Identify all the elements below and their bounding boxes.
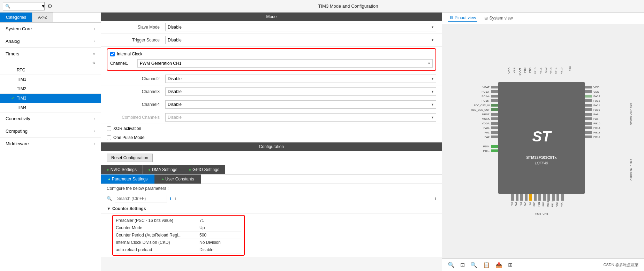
svg-rect-94 bbox=[491, 149, 498, 152]
tab-categories[interactable]: Categories bbox=[0, 13, 32, 22]
highlighted-mode-section: Internal Clock Channel1 PWM Generation C… bbox=[101, 48, 442, 71]
fit-icon[interactable]: ⊡ bbox=[460, 262, 465, 268]
svg-text:VDD: VDD bbox=[508, 67, 511, 73]
rtc-label: RTC bbox=[17, 68, 25, 72]
parameter-settings-tab[interactable]: ● Parameter Settings bbox=[101, 175, 154, 184]
middleware-label: Middleware bbox=[6, 141, 29, 146]
svg-text:PB13: PB13 bbox=[550, 67, 553, 74]
dma-settings-tab[interactable]: ● DMA Settings bbox=[143, 165, 183, 174]
counter-section-header[interactable]: ▼ Counter Settings bbox=[101, 204, 442, 214]
system-label: System view bbox=[489, 16, 513, 21]
xor-activation-label: XOR activation bbox=[113, 126, 141, 131]
gpio-settings-tab[interactable]: ● GPIO Settings bbox=[183, 165, 225, 174]
copy-icon[interactable]: 📋 bbox=[483, 262, 490, 268]
connectivity-chevron: › bbox=[94, 117, 95, 121]
svg-rect-19 bbox=[491, 86, 498, 88]
svg-rect-47 bbox=[585, 95, 592, 98]
svg-text:PB0: PB0 bbox=[533, 202, 536, 206]
search-input[interactable] bbox=[12, 4, 40, 9]
nvic-check-icon: ● bbox=[107, 168, 109, 172]
chip-bottom-toolbar: 🔍 ⊡ 🔍 📋 📤 ⊞ CSDN @多吃点蔬菜 bbox=[442, 258, 644, 271]
search-box[interactable]: 🔍 ▼ bbox=[3, 2, 45, 10]
channel1-select[interactable]: PWM Generation CH1 bbox=[137, 59, 433, 68]
svg-rect-92 bbox=[491, 145, 498, 148]
pinout-view-tab[interactable]: 🖥 Pinout view bbox=[448, 15, 477, 22]
slave-mode-select-wrapper[interactable]: Disable bbox=[165, 23, 436, 31]
watermark: CSDN @多吃点蔬菜 bbox=[604, 262, 638, 268]
subitem-tim3[interactable]: ✔ TIM3 bbox=[0, 94, 101, 103]
analog-label: Analog bbox=[6, 39, 20, 44]
nvic-settings-tab[interactable]: ● NVIC Settings bbox=[101, 165, 143, 174]
channel2-select[interactable]: Disable bbox=[165, 75, 436, 83]
combined-channels-select[interactable]: Disable bbox=[165, 113, 436, 122]
right-view-tabs: 🖥 Pinout view ⊞ System view bbox=[442, 13, 644, 24]
system-core-chevron: › bbox=[94, 27, 95, 31]
xor-activation-row: XOR activation bbox=[101, 124, 442, 133]
pinout-label: Pinout view bbox=[455, 15, 476, 20]
sidebar-item-analog[interactable]: Analog › bbox=[0, 35, 101, 48]
zoom-out-icon[interactable]: 🔍 bbox=[470, 262, 477, 268]
svg-rect-79 bbox=[538, 194, 541, 201]
sidebar-item-computing[interactable]: Computing › bbox=[0, 125, 101, 138]
xor-activation-checkbox[interactable] bbox=[107, 126, 111, 131]
sidebar-item-system-core[interactable]: System Core › bbox=[0, 23, 101, 35]
internal-clock-checkbox[interactable] bbox=[110, 52, 115, 56]
channel4-select-wrapper[interactable]: Disable bbox=[165, 100, 436, 109]
channel1-select-wrapper[interactable]: PWM Generation CH1 bbox=[137, 59, 433, 68]
sidebar-item-connectivity[interactable]: Connectivity › bbox=[0, 113, 101, 125]
svg-text:PC13-: PC13- bbox=[482, 90, 490, 93]
trigger-source-row: Trigger Source Disable bbox=[101, 34, 442, 47]
param-value-2: 500 bbox=[199, 233, 241, 238]
svg-rect-53 bbox=[585, 108, 592, 111]
user-constants-tab[interactable]: ● User Constants bbox=[154, 175, 201, 184]
svg-text:PB10: PB10 bbox=[534, 67, 537, 74]
gear-icon[interactable]: ⚙ bbox=[47, 3, 52, 9]
sidebar-item-middleware[interactable]: Middleware › bbox=[0, 138, 101, 150]
system-view-tab[interactable]: ⊞ System view bbox=[483, 15, 514, 21]
svg-text:LQFP48: LQFP48 bbox=[535, 161, 548, 165]
channel3-select[interactable]: Disable bbox=[165, 87, 436, 96]
reset-config-button[interactable]: Reset Configuration bbox=[107, 154, 153, 162]
svg-text:VSS: VSS bbox=[593, 90, 599, 93]
chip-view: VDD VSS BOOT PB8 PB9 PB10 PB11 PB12 PB13… bbox=[442, 24, 644, 258]
channel3-select-wrapper[interactable]: Disable bbox=[165, 87, 436, 96]
combined-channels-select-wrapper[interactable]: Disable bbox=[165, 113, 436, 122]
connectivity-label: Connectivity bbox=[6, 116, 30, 121]
channel1-label: Channel1 bbox=[110, 61, 135, 66]
one-pulse-mode-checkbox[interactable] bbox=[107, 136, 111, 140]
export-icon[interactable]: 📤 bbox=[495, 262, 502, 268]
svg-text:STM32F103C8Tx: STM32F103C8Tx bbox=[526, 155, 557, 160]
svg-text:PB8: PB8 bbox=[523, 67, 526, 73]
search-params-input[interactable] bbox=[115, 195, 167, 202]
svg-text:PB12: PB12 bbox=[593, 136, 600, 139]
zoom-in-icon[interactable]: 🔍 bbox=[448, 262, 455, 268]
svg-rect-77 bbox=[534, 194, 537, 201]
svg-text:TIM3_CH1: TIM3_CH1 bbox=[535, 212, 548, 215]
trigger-source-select[interactable]: Disable bbox=[165, 36, 436, 44]
grid-icon[interactable]: ⊞ bbox=[508, 262, 513, 268]
info-icon-1[interactable]: ℹ bbox=[170, 196, 172, 201]
trigger-source-select-wrapper[interactable]: Disable bbox=[165, 36, 436, 44]
param-value-1: Up bbox=[199, 225, 241, 230]
config-section: Reset Configuration ● NVIC Settings ● DM… bbox=[101, 151, 442, 257]
param-table: Prescaler (PSC - 16 bits value) 71 Count… bbox=[101, 214, 442, 257]
subitem-tim2[interactable]: ✔ TIM2 bbox=[0, 84, 101, 94]
info-icon-2[interactable]: ℹ bbox=[174, 196, 176, 201]
svg-rect-57 bbox=[585, 117, 592, 120]
subitem-tim4[interactable]: ✔ TIM4 bbox=[0, 103, 101, 113]
dropdown-arrow: ▼ bbox=[41, 4, 45, 9]
svg-rect-23 bbox=[491, 95, 498, 98]
slave-mode-select[interactable]: Disable bbox=[165, 23, 436, 31]
tab-az[interactable]: A->Z bbox=[32, 13, 53, 22]
sort-icon[interactable]: ⇅ bbox=[92, 61, 95, 65]
sidebar-item-timers[interactable]: Timers ∨ bbox=[0, 48, 101, 60]
subitem-tim1[interactable]: ✔ TIM1 bbox=[0, 75, 101, 84]
subitem-rtc[interactable]: ✔ RTC bbox=[0, 65, 101, 75]
channel4-select[interactable]: Disable bbox=[165, 100, 436, 109]
channel2-select-wrapper[interactable]: Disable bbox=[165, 75, 436, 83]
info-icon-right[interactable]: ℹ bbox=[434, 196, 436, 201]
gpio-check-icon: ● bbox=[189, 168, 191, 172]
svg-rect-73 bbox=[525, 194, 528, 201]
timers-collapse-icon: ∨ bbox=[93, 52, 95, 56]
param-value-0: 71 bbox=[199, 218, 241, 223]
